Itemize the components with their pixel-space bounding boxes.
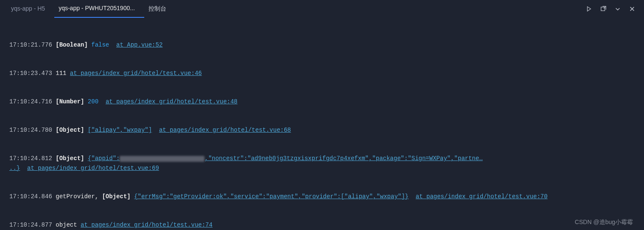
log-row: 17:10:23.473 111 at pages/index_grid/hot… xyxy=(9,69,644,78)
source-link[interactable]: at pages/index_grid/hotel/test.vue:69 xyxy=(27,165,159,172)
source-link[interactable]: at pages/index_grid/hotel/test.vue:48 xyxy=(106,98,238,105)
obj-part: ,"noncestr":"ad9neb0jg3tzgxisxprifgdc7p4… xyxy=(204,155,482,162)
log-type: [Object] xyxy=(56,127,84,133)
log-row: 17:10:24.846 getProvider, [Object] {"err… xyxy=(9,192,644,201)
source-link-part[interactable]: at pages/ xyxy=(159,127,191,133)
source-link[interactable]: at App.vue:52 xyxy=(116,42,162,48)
log-type: [Boolean] xyxy=(56,42,88,48)
toolbar-right xyxy=(585,0,636,18)
obj-part: {"appid": xyxy=(88,155,120,162)
source-link[interactable]: at pages/index_grid/hotel/test.vue:70 xyxy=(416,193,548,200)
object-link[interactable]: {"appid":,"noncestr":"ad9neb0jg3tzgxisxp… xyxy=(88,155,483,162)
object-link[interactable]: ["alipay","wxpay"] xyxy=(88,127,152,133)
popout-icon[interactable] xyxy=(600,6,607,12)
timestamp: 17:10:24.877 xyxy=(9,222,52,228)
log-value: false xyxy=(91,42,109,48)
log-row: 17:10:24.812 [Object] {"appid":,"noncest… xyxy=(9,154,644,173)
timestamp: 17:10:24.812 xyxy=(9,155,52,162)
log-row: 17:10:24.877 object at pages/index_grid/… xyxy=(9,220,644,230)
chevron-down-icon[interactable] xyxy=(614,6,621,12)
log-value: 200 xyxy=(88,98,98,105)
source-link[interactable]: at pages/index_grid/hotel/test.vue:74 xyxy=(81,222,213,228)
timestamp: 17:10:24.716 xyxy=(9,98,52,105)
console-output: 17:10:21.776 [Boolean] false at App.vue:… xyxy=(0,18,644,230)
log-type: [Object] xyxy=(102,193,130,200)
close-icon[interactable] xyxy=(629,6,636,12)
timestamp: 17:10:24.846 xyxy=(9,193,52,200)
log-row: 17:10:21.776 [Boolean] false at App.vue:… xyxy=(9,40,644,50)
log-type: [Object] xyxy=(56,155,84,162)
timestamp: 17:10:24.780 xyxy=(9,127,52,133)
log-row: 17:10:24.780 [Object] ["alipay","wxpay"]… xyxy=(9,125,644,135)
object-cont[interactable]: ..} xyxy=(9,165,20,172)
play-icon[interactable] xyxy=(585,6,592,12)
tab-console-label[interactable]: 控制台 xyxy=(144,0,176,17)
object-link[interactable]: {"errMsg":"getProvider:ok","service":"pa… xyxy=(134,193,409,200)
log-text: 111 xyxy=(56,70,66,77)
timestamp: 17:10:23.473 xyxy=(9,70,52,77)
log-text: getProvider, xyxy=(56,193,98,200)
redacted-region xyxy=(120,156,204,162)
source-link[interactable]: at pages/index_grid/hotel/test.vue:46 xyxy=(70,70,202,77)
tab-device[interactable]: yqs-app - PWHUT2051900... xyxy=(54,0,144,18)
watermark: CSDN @造bug小霉霉 xyxy=(575,217,633,227)
tab-h5[interactable]: yqs-app - H5 xyxy=(7,0,54,17)
source-link[interactable]: index_grid/hotel/test.vue:68 xyxy=(191,127,291,133)
log-row: 17:10:24.716 [Number] 200 at pages/index… xyxy=(9,97,644,106)
timestamp: 17:10:21.776 xyxy=(9,42,52,48)
log-text: object xyxy=(56,222,77,228)
tab-bar: yqs-app - H5 yqs-app - PWHUT2051900... 控… xyxy=(0,0,644,18)
log-type: [Number] xyxy=(56,98,84,105)
